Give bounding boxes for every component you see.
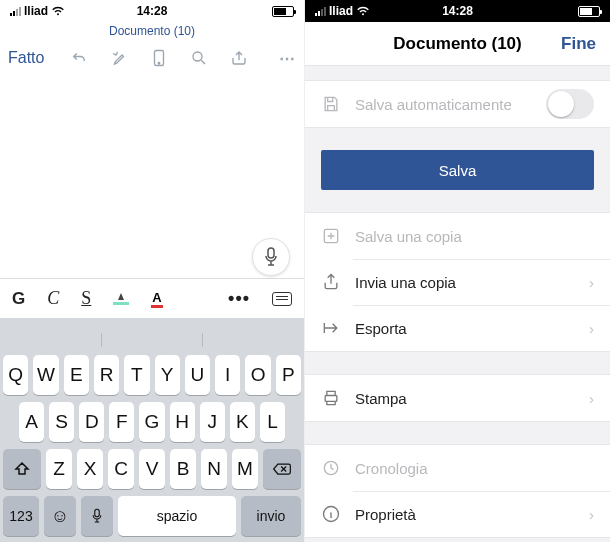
svg-rect-3 <box>268 248 274 258</box>
export-icon <box>321 318 341 338</box>
history-label: Cronologia <box>355 460 428 477</box>
key-f[interactable]: F <box>109 402 134 442</box>
key-a[interactable]: A <box>19 402 44 442</box>
key-b[interactable]: B <box>170 449 196 489</box>
key-y[interactable]: Y <box>155 355 180 395</box>
search-icon[interactable] <box>190 49 208 67</box>
highlight-button[interactable] <box>113 293 129 305</box>
send-copy-label: Invia una copia <box>355 274 456 291</box>
carrier-label: Iliad <box>329 4 353 18</box>
document-title: Documento (10) <box>0 22 304 38</box>
key-w[interactable]: W <box>33 355 58 395</box>
share-icon[interactable] <box>230 49 248 67</box>
battery-icon <box>578 6 600 17</box>
more-icon[interactable]: ⋯ <box>279 49 296 68</box>
history-icon <box>321 458 341 478</box>
key-row-3: ZXCVBNM <box>3 449 301 489</box>
save-copy-icon <box>321 226 341 246</box>
key-r[interactable]: R <box>94 355 119 395</box>
svg-point-1 <box>158 63 160 65</box>
svg-rect-6 <box>325 396 337 402</box>
save-copy-row: Salva una copia <box>305 213 610 259</box>
save-copy-label: Salva una copia <box>355 228 462 245</box>
signal-icon <box>315 7 326 16</box>
key-s[interactable]: S <box>49 402 74 442</box>
export-row[interactable]: Esporta › <box>305 305 610 351</box>
export-label: Esporta <box>355 320 407 337</box>
bold-button[interactable]: G <box>12 289 25 309</box>
chevron-right-icon: › <box>589 390 594 407</box>
key-row-bottom: 123 ☺ spazio invio <box>3 496 301 536</box>
dictation-fab[interactable] <box>252 238 290 276</box>
print-row[interactable]: Stampa › <box>305 375 610 421</box>
status-bar: Iliad 14:28 <box>305 0 610 22</box>
key-j[interactable]: J <box>200 402 225 442</box>
key-o[interactable]: O <box>245 355 270 395</box>
key-d[interactable]: D <box>79 402 104 442</box>
clock: 14:28 <box>137 4 168 18</box>
key-u[interactable]: U <box>185 355 210 395</box>
key-k[interactable]: K <box>230 402 255 442</box>
battery-icon <box>272 6 294 17</box>
chevron-right-icon: › <box>589 506 594 523</box>
properties-label: Proprietà <box>355 506 416 523</box>
editor-toolbar: Fatto ⋯ <box>0 38 304 78</box>
key-e[interactable]: E <box>64 355 89 395</box>
numbers-key[interactable]: 123 <box>3 496 39 536</box>
key-m[interactable]: M <box>232 449 258 489</box>
emoji-key[interactable]: ☺ <box>44 496 76 536</box>
save-button[interactable]: Salva <box>321 150 594 190</box>
keyboard-toggle-icon[interactable] <box>272 292 292 306</box>
key-p[interactable]: P <box>276 355 301 395</box>
autosave-icon <box>321 94 341 114</box>
mic-key[interactable] <box>81 496 113 536</box>
format-more-button[interactable]: ••• <box>228 288 250 309</box>
menu-body: Salva automaticamente Salva Salva una co… <box>305 66 610 542</box>
send-copy-row[interactable]: Invia una copia › <box>305 259 610 305</box>
key-t[interactable]: T <box>124 355 149 395</box>
autosave-toggle[interactable] <box>546 89 594 119</box>
wifi-icon <box>51 6 65 16</box>
print-label: Stampa <box>355 390 407 407</box>
clock: 14:28 <box>442 4 473 18</box>
font-color-button[interactable]: A <box>151 290 162 308</box>
editor-screen: Iliad 14:28 Documento (10) Fatto ⋯ G C S… <box>0 0 305 542</box>
key-z[interactable]: Z <box>46 449 72 489</box>
space-key[interactable]: spazio <box>118 496 236 536</box>
key-h[interactable]: H <box>170 402 195 442</box>
shift-key[interactable] <box>3 449 41 489</box>
device-icon[interactable] <box>150 49 168 67</box>
svg-point-2 <box>193 52 202 61</box>
done-button[interactable]: Fatto <box>8 49 44 67</box>
status-bar: Iliad 14:28 <box>0 0 304 22</box>
autosave-label: Salva automaticamente <box>355 96 512 113</box>
file-menu-screen: Iliad 14:28 Documento (10) Fine Salva au… <box>305 0 610 542</box>
carrier-label: Iliad <box>24 4 48 18</box>
document-canvas[interactable] <box>0 78 304 278</box>
menu-header: Documento (10) Fine <box>305 22 610 66</box>
key-n[interactable]: N <box>201 449 227 489</box>
format-bar: G C S A ••• <box>0 278 304 318</box>
backspace-key[interactable] <box>263 449 301 489</box>
format-pen-icon[interactable] <box>110 49 128 67</box>
print-icon <box>321 388 341 408</box>
key-row-1: QWERTYUIOP <box>3 355 301 395</box>
properties-row[interactable]: Proprietà › <box>305 491 610 537</box>
send-copy-icon <box>321 272 341 292</box>
key-v[interactable]: V <box>139 449 165 489</box>
enter-key[interactable]: invio <box>241 496 301 536</box>
done-button[interactable]: Fine <box>561 34 596 54</box>
suggestion-bar[interactable] <box>3 322 301 348</box>
key-l[interactable]: L <box>260 402 285 442</box>
key-x[interactable]: X <box>77 449 103 489</box>
underline-button[interactable]: S <box>81 288 91 309</box>
undo-icon[interactable] <box>70 49 88 67</box>
italic-button[interactable]: C <box>47 288 59 309</box>
key-i[interactable]: I <box>215 355 240 395</box>
signal-icon <box>10 7 21 16</box>
key-c[interactable]: C <box>108 449 134 489</box>
history-row: Cronologia <box>305 445 610 491</box>
menu-title: Documento (10) <box>393 34 521 54</box>
key-g[interactable]: G <box>139 402 164 442</box>
key-q[interactable]: Q <box>3 355 28 395</box>
